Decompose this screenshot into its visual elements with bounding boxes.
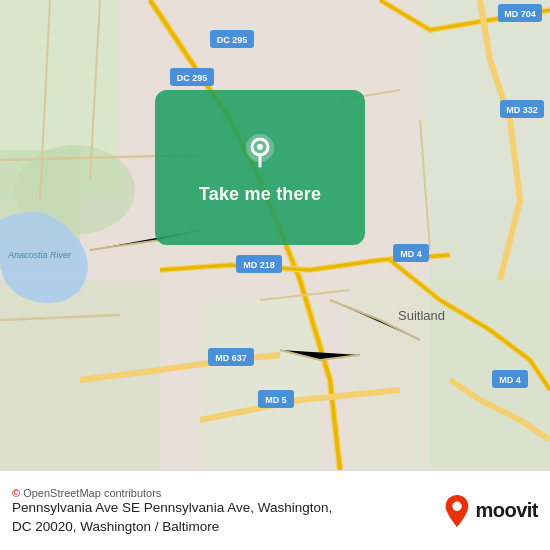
svg-text:MD 332: MD 332 [506,105,538,115]
svg-text:Anacostia River: Anacostia River [7,250,72,260]
osm-copyright-symbol: © [12,487,20,499]
footer-address: Pennsylvania Ave SE Pennsylvania Ave, Wa… [12,499,435,537]
svg-point-39 [453,501,462,510]
address-line1: Pennsylvania Ave SE Pennsylvania Ave, Wa… [12,500,332,515]
address-line2: DC 20020, Washington / Baltimore [12,519,219,534]
map-container: Anacostia River [0,0,550,470]
svg-text:Suitland: Suitland [398,308,445,323]
footer: © OpenStreetMap contributors Pennsylvani… [0,470,550,550]
location-pin-icon [238,130,282,174]
footer-text-block: © OpenStreetMap contributors Pennsylvani… [12,485,435,537]
svg-text:MD 5: MD 5 [265,395,287,405]
svg-text:MD 4: MD 4 [499,375,521,385]
osm-attribution-text: OpenStreetMap contributors [23,487,161,499]
svg-text:MD 218: MD 218 [243,260,275,270]
moovit-logo: moovit [443,493,538,529]
take-me-there-label: Take me there [199,184,321,205]
svg-point-38 [257,144,263,150]
svg-text:MD 4: MD 4 [400,249,422,259]
svg-text:DC 295: DC 295 [217,35,248,45]
svg-rect-7 [200,300,320,470]
svg-text:MD 704: MD 704 [504,9,536,19]
svg-text:DC 295: DC 295 [177,73,208,83]
osm-attribution: © OpenStreetMap contributors [12,487,435,499]
moovit-pin-icon [443,493,471,529]
moovit-brand-text: moovit [475,499,538,522]
take-me-there-button[interactable]: Take me there [155,90,365,245]
svg-text:MD 637: MD 637 [215,353,247,363]
